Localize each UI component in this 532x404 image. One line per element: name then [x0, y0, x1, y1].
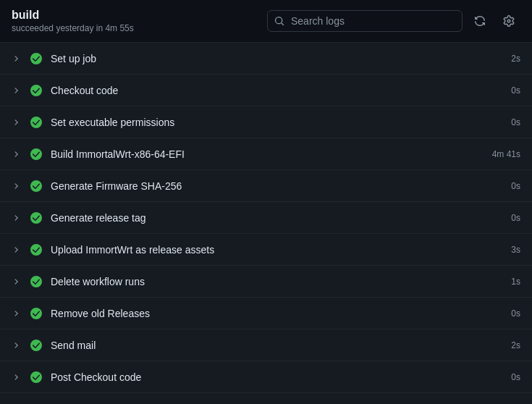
chevron-right-icon [12, 245, 23, 254]
step-name: Set up job [51, 53, 505, 64]
step-row[interactable]: Complete job 0s [0, 393, 532, 400]
status-success-icon [29, 179, 43, 193]
step-row[interactable]: Delete workflow runs 1s [0, 266, 532, 298]
search-container [267, 10, 463, 32]
step-row[interactable]: Checkout code 0s [0, 75, 532, 106]
status-success-icon [29, 274, 43, 289]
search-icon [274, 16, 284, 26]
chevron-right-icon [12, 182, 23, 190]
step-row[interactable]: Set up job 2s [0, 43, 532, 75]
status-success-icon [29, 83, 43, 98]
settings-button[interactable] [497, 9, 520, 33]
header: build succeeded yesterday in 4m 55s [0, 0, 532, 43]
step-row[interactable]: Upload ImmortWrt as release assets 3s [0, 234, 532, 266]
status-success-icon [29, 51, 43, 66]
step-duration: 4m 41s [492, 149, 520, 159]
step-duration: 0s [511, 213, 520, 223]
chevron-right-icon [12, 54, 23, 63]
step-name: Upload ImmortWrt as release assets [51, 244, 505, 256]
header-left: build succeeded yesterday in 4m 55s [12, 9, 134, 33]
status-success-icon [29, 338, 43, 353]
step-row[interactable]: Build ImmortalWrt-x86-64-EFI 4m 41s [0, 138, 532, 170]
status-success-icon [29, 370, 43, 384]
step-name: Generate release tag [51, 212, 505, 224]
steps-list: Set up job 2s Checkout code 0s [0, 43, 532, 400]
chevron-right-icon [12, 373, 23, 382]
chevron-right-icon [12, 309, 23, 318]
step-duration: 0s [511, 85, 520, 96]
step-duration: 0s [511, 308, 520, 319]
step-duration: 0s [511, 372, 520, 382]
step-name: Generate Firmware SHA-256 [51, 180, 505, 192]
refresh-button[interactable] [468, 9, 491, 33]
step-name: Delete workflow runs [51, 276, 505, 287]
step-row[interactable]: Set executable permissions 0s [0, 106, 532, 138]
chevron-right-icon [12, 118, 23, 127]
step-duration: 0s [511, 117, 520, 127]
step-row[interactable]: Generate Firmware SHA-256 0s [0, 170, 532, 202]
search-input[interactable] [267, 10, 463, 32]
step-duration: 3s [511, 245, 520, 255]
step-row[interactable]: Remove old Releases 0s [0, 298, 532, 329]
chevron-right-icon [12, 277, 23, 286]
chevron-right-icon [12, 214, 23, 222]
step-duration: 2s [511, 340, 520, 350]
step-name: Build ImmortalWrt-x86-64-EFI [51, 148, 486, 160]
step-duration: 0s [511, 181, 520, 191]
step-name: Send mail [51, 340, 505, 351]
status-success-icon [29, 306, 43, 321]
step-row[interactable]: Generate release tag 0s [0, 202, 532, 234]
step-name: Checkout code [51, 85, 505, 96]
status-success-icon [29, 147, 43, 161]
step-duration: 1s [511, 277, 520, 287]
step-name: Set executable permissions [51, 117, 505, 128]
settings-icon [503, 15, 515, 27]
header-right [267, 9, 520, 33]
chevron-right-icon [12, 150, 23, 159]
build-title: build [12, 9, 134, 22]
status-success-icon [29, 115, 43, 130]
step-duration: 2s [511, 54, 520, 64]
status-success-icon [29, 211, 43, 225]
step-name: Remove old Releases [51, 308, 505, 319]
build-subtitle: succeeded yesterday in 4m 55s [12, 23, 134, 33]
refresh-icon [474, 15, 486, 27]
step-name: Post Checkout code [51, 371, 505, 383]
chevron-right-icon [12, 341, 23, 350]
step-row[interactable]: Post Checkout code 0s [0, 361, 532, 393]
chevron-right-icon [12, 86, 23, 95]
step-row[interactable]: Send mail 2s [0, 329, 532, 361]
status-success-icon [29, 243, 43, 257]
